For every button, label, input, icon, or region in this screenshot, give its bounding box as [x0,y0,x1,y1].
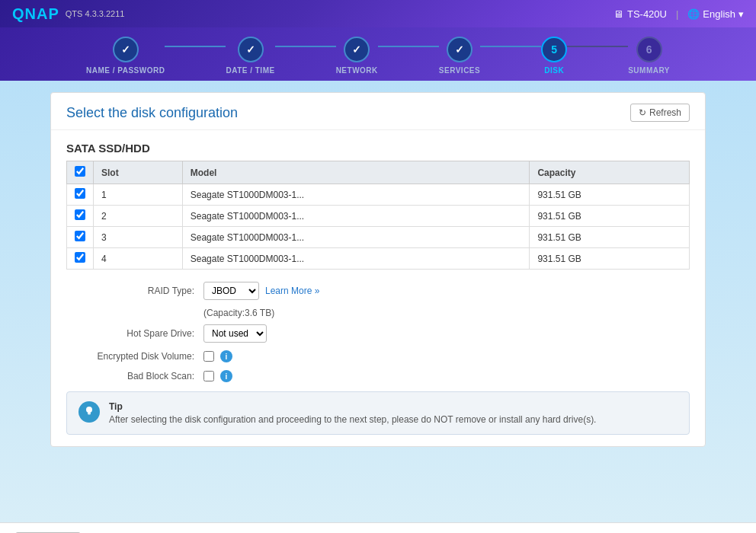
svg-point-0 [86,407,92,413]
encrypted-disk-row: Encrypted Disk Volume: i [66,350,690,362]
tip-box: Tip After selecting the disk configurati… [66,391,690,435]
row-capacity-3: 931.51 GB [530,227,690,248]
step-circle-3: ✓ [344,37,370,62]
step-label-2: DATE / TIME [226,66,274,75]
raid-type-select[interactable]: JBOD RAID 0 RAID 1 RAID 5 RAID 6 Single [203,282,259,300]
learn-more-link[interactable]: Learn More » [265,286,319,296]
row-model-4: Seagate ST1000DM003-1... [182,248,530,270]
table-header-checkbox [67,161,94,184]
row-model-3: Seagate ST1000DM003-1... [182,227,530,248]
step-circle-1: ✓ [113,37,139,62]
row-checkbox-4[interactable] [75,252,85,263]
lightbulb-icon [83,406,95,418]
row-slot-2: 2 [94,206,183,227]
raid-type-row: RAID Type: JBOD RAID 0 RAID 1 RAID 5 RAI… [66,282,690,300]
connector-1-2 [165,46,226,47]
connector-3-4 [378,46,439,47]
tip-content: Tip After selecting the disk configurati… [109,401,596,425]
encrypted-disk-label: Encrypted Disk Volume: [66,351,203,362]
row-checkbox-2[interactable] [75,209,85,220]
hot-spare-select[interactable]: Not used Drive 1 Drive 2 Drive 3 Drive 4 [203,324,267,343]
checkmark-3: ✓ [352,43,361,56]
step-label-1: NAME / PASSWORD [86,66,165,75]
device-info: 🖥 TS-420U [613,8,667,20]
raid-type-controls: JBOD RAID 0 RAID 1 RAID 5 RAID 6 Single … [203,282,319,300]
step-4: ✓ SERVICES [439,37,480,75]
separator: | [676,8,678,20]
table-row: 2 Seagate ST1000DM003-1... 931.51 GB [67,206,690,227]
row-capacity-4: 931.51 GB [530,248,690,270]
encrypted-disk-controls: i [203,350,232,362]
step-circle-4: ✓ [447,37,472,62]
refresh-button[interactable]: ↻ Refresh [630,104,690,122]
connector-5-6 [567,46,628,47]
row-checkbox-1[interactable] [75,188,85,199]
step-label-6: SUMMARY [628,66,670,75]
step-circle-6: 6 [636,37,662,62]
step-1: ✓ NAME / PASSWORD [86,37,165,75]
table-header-slot: Slot [94,161,183,184]
table-row: 4 Seagate ST1000DM003-1... 931.51 GB [67,248,690,270]
section-title: SATA SSD/HDD [66,142,690,155]
row-model-1: Seagate ST1000DM003-1... [182,184,530,206]
step-number-6: 6 [646,43,652,56]
select-all-checkbox[interactable] [75,166,85,177]
raid-type-label: RAID Type: [66,286,203,296]
bad-block-scan-info-icon[interactable]: i [220,370,232,382]
step-label-4: SERVICES [439,66,480,75]
row-checkbox-cell-4 [67,248,94,270]
encrypted-disk-checkbox[interactable] [203,351,214,362]
row-slot-1: 1 [94,184,183,206]
language-selector[interactable]: 🌐 English ▾ [687,8,744,20]
table-row: 1 Seagate ST1000DM003-1... 931.51 GB [67,184,690,206]
checkmark-4: ✓ [455,43,464,56]
step-circle-5: 5 [541,37,567,62]
step-2: ✓ DATE / TIME [226,37,274,75]
table-row: 3 Seagate ST1000DM003-1... 931.51 GB [67,227,690,248]
refresh-icon: ↻ [639,107,646,118]
tip-icon [78,401,100,423]
main-area: Select the disk configuration ↻ Refresh … [0,81,756,522]
step-label-3: NETWORK [336,66,378,75]
header-right: 🖥 TS-420U | 🌐 English ▾ [613,8,744,20]
language-label: English [703,8,735,20]
svg-rect-2 [88,414,91,415]
table-header-capacity: Capacity [530,161,690,184]
footer-bar: Cancel Back Next [0,522,756,533]
hot-spare-row: Hot Spare Drive: Not used Drive 1 Drive … [66,324,690,343]
row-slot-4: 4 [94,248,183,270]
row-checkbox-cell-2 [67,206,94,227]
steps-bar: ✓ NAME / PASSWORD ✓ DATE / TIME ✓ NETWOR… [0,27,756,81]
step-3: ✓ NETWORK [336,37,378,75]
bad-block-scan-checkbox[interactable] [203,371,214,381]
refresh-label: Refresh [649,107,681,118]
row-checkbox-cell-3 [67,227,94,248]
device-name: TS-420U [627,8,667,20]
step-label-5: DISK [544,66,564,75]
tip-text: After selecting the disk configuration a… [109,414,596,425]
qnap-logo: QNAP [12,5,59,23]
content-card: Select the disk configuration ↻ Refresh … [50,92,706,447]
connector-2-3 [275,46,336,47]
card-body: SATA SSD/HDD Slot Model Capacity [51,130,705,446]
row-slot-3: 3 [94,227,183,248]
connector-4-5 [480,46,541,47]
card-header: Select the disk configuration ↻ Refresh [51,93,705,130]
tip-title: Tip [109,401,596,412]
step-number-5: 5 [551,43,557,56]
step-6: 6 SUMMARY [628,37,670,75]
row-model-2: Seagate ST1000DM003-1... [182,206,530,227]
row-checkbox-3[interactable] [75,231,85,241]
row-capacity-2: 931.51 GB [530,206,690,227]
bad-block-scan-controls: i [203,370,232,382]
row-checkbox-cell-1 [67,184,94,206]
encrypted-disk-info-icon[interactable]: i [220,350,232,362]
row-capacity-1: 931.51 GB [530,184,690,206]
bad-block-scan-row: Bad Block Scan: i [66,370,690,382]
server-icon: 🖥 [613,8,623,20]
checkmark-2: ✓ [246,43,255,56]
chevron-down-icon: ▾ [738,8,744,20]
step-circle-2: ✓ [238,37,264,62]
bad-block-scan-label: Bad Block Scan: [66,371,203,381]
hot-spare-controls: Not used Drive 1 Drive 2 Drive 3 Drive 4 [203,324,267,343]
